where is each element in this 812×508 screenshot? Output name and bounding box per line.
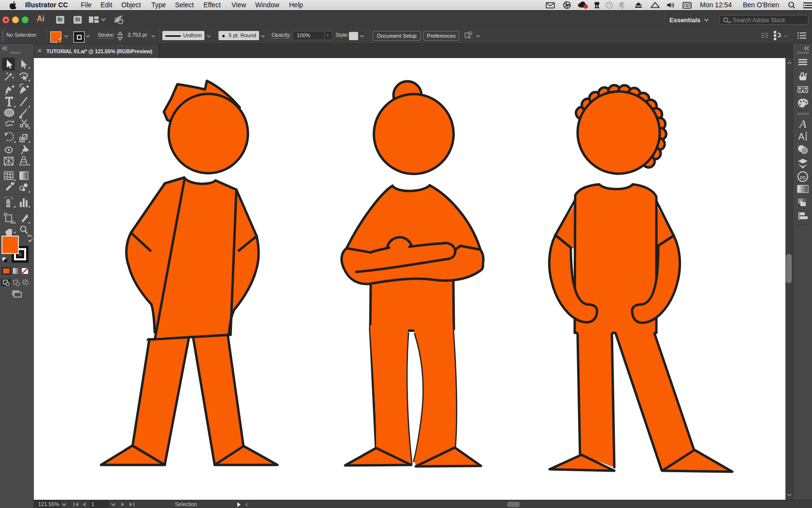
svg-text:A: A xyxy=(798,131,805,142)
svg-text:cc: cc xyxy=(800,174,806,180)
svg-text:A: A xyxy=(798,118,807,130)
